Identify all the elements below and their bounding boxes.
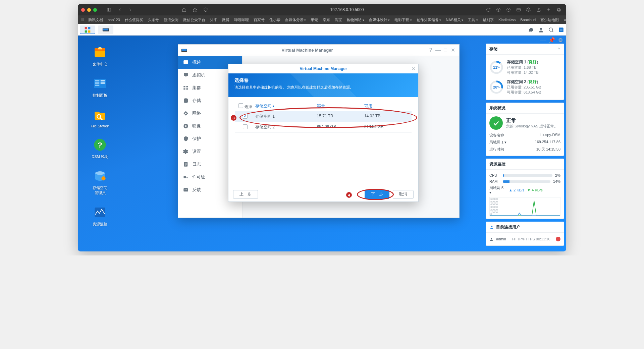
taskbar-app-main-menu[interactable] xyxy=(80,25,95,34)
minimize-window[interactable] xyxy=(87,8,91,12)
bookmark-item[interactable]: 果壳 xyxy=(311,17,318,22)
row-checkbox[interactable] xyxy=(243,114,248,119)
desktop-icon-resource-monitor[interactable]: 资源监控 xyxy=(86,204,114,227)
search-icon[interactable] xyxy=(548,27,554,33)
bookmark-item[interactable]: 新浪众测 xyxy=(164,17,178,22)
disconnect-user-button[interactable]: − xyxy=(556,237,560,241)
dialog-close-icon[interactable]: ✕ xyxy=(412,66,416,71)
window-maximize-icon[interactable]: □ xyxy=(442,47,449,54)
column-available[interactable]: 可用 xyxy=(364,103,412,109)
desktop-icon-control-panel[interactable]: 控制面板 xyxy=(86,75,114,98)
svg-point-20 xyxy=(540,28,542,30)
bookmark-folder[interactable]: 自媒体分发 xyxy=(285,17,306,22)
column-capacity[interactable]: 容量 xyxy=(317,103,364,109)
svg-point-47 xyxy=(491,238,492,239)
bookmark-item[interactable]: 微博 xyxy=(222,17,229,22)
bookmark-folder[interactable]: 电影下载 xyxy=(394,17,412,22)
storage-donut-2: 28% xyxy=(489,80,503,94)
shield-icon[interactable] xyxy=(202,6,210,14)
widget-minimize-icon[interactable]: — xyxy=(540,38,546,42)
svg-rect-17 xyxy=(88,30,91,33)
chat-icon[interactable] xyxy=(528,27,534,33)
bookmark-folder[interactable]: 自媒体设计 xyxy=(369,17,390,22)
widgets-panel: 存储⌃ 11% 存储空间 1 (良好) 已用容量: 1.68 TB 可用容量: … xyxy=(486,44,564,246)
storage-donut-1: 11% xyxy=(489,60,503,74)
new-tab-icon[interactable] xyxy=(545,6,553,14)
desktop-icon-file-station[interactable]: File Station xyxy=(86,107,114,128)
svg-point-67 xyxy=(183,176,186,178)
svg-rect-16 xyxy=(85,30,87,33)
widget-settings-icon[interactable]: ⚙ xyxy=(557,38,564,42)
widgets-toggle-icon[interactable] xyxy=(558,27,564,33)
address-bar[interactable]: 192.168.0.10:5000 xyxy=(212,7,482,12)
annotation-badge-3: 3 xyxy=(231,115,236,121)
widget-pin-strip: — 📌 ⚙ xyxy=(540,38,564,42)
bookmark-item[interactable]: 微信公众平台 xyxy=(183,17,205,22)
window-minimize-icon[interactable]: — xyxy=(434,47,442,54)
svg-rect-68 xyxy=(183,188,188,192)
window-close-icon[interactable]: ✕ xyxy=(449,47,457,54)
cancel-button[interactable]: 取消 xyxy=(393,190,414,199)
widget-collapse-icon[interactable]: ⌃ xyxy=(557,47,560,52)
bookmark-folder[interactable]: 工具 xyxy=(468,17,478,22)
sidebar-toggle-icon[interactable] xyxy=(105,6,113,14)
bookmark-item[interactable]: 塞尔达地图 xyxy=(540,17,559,22)
tabs-icon[interactable] xyxy=(555,6,563,14)
user-icon[interactable] xyxy=(538,27,544,33)
desktop-icon-dsm-help[interactable]: ?DSM 说明 xyxy=(86,137,114,159)
widget-resource: 资源监控 CPU2% RAM14% 局域网 5 ▾▲ 2 KB/s▼ 4 KB/… xyxy=(486,159,564,219)
svg-point-21 xyxy=(549,28,553,32)
volume-row[interactable]: 存储空间 1 15.71 TB 14.02 TB xyxy=(235,111,412,122)
bookmark-item[interactable]: Baacloud xyxy=(520,18,536,22)
history-icon[interactable] xyxy=(504,6,513,14)
forward-button[interactable] xyxy=(126,6,135,14)
svg-point-59 xyxy=(185,113,187,114)
dsm-taskbar xyxy=(78,24,566,36)
bookmark-item[interactable]: 淘宝 xyxy=(335,17,342,22)
svg-rect-12 xyxy=(558,9,560,11)
window-help-icon[interactable]: ? xyxy=(427,47,434,54)
bookmark-item[interactable]: Kindle4rss xyxy=(498,18,516,22)
bookmark-item[interactable]: 住小帮 xyxy=(269,17,280,22)
annotation-badge-4: 4 xyxy=(346,192,352,198)
bookmark-folder[interactable]: NAS相关 xyxy=(446,17,463,22)
dialog-title: Virtual Machine Manager xyxy=(300,66,347,71)
column-name[interactable]: 存储空间 ▴ xyxy=(255,103,317,109)
bookmark-folder[interactable]: 购物网站 xyxy=(347,17,364,22)
settings-icon[interactable] xyxy=(525,6,533,14)
fullscreen-window[interactable] xyxy=(93,8,97,12)
next-button[interactable]: 下一步 xyxy=(365,190,389,199)
home-icon[interactable] xyxy=(180,6,188,14)
row-checkbox[interactable] xyxy=(243,124,248,129)
desktop-icon-package-center[interactable]: 套件中心 xyxy=(86,44,114,67)
volume-row[interactable]: 存储空间 2 854.06 GB 618.54 GB xyxy=(235,122,412,133)
bookmark-item[interactable]: 腾讯文档 xyxy=(88,17,103,22)
back-button[interactable] xyxy=(116,6,124,14)
devtools-icon[interactable] xyxy=(515,6,523,14)
widget-connected-users: 目前连接用户 admin HTTP/HTTPS 00:11:16 − xyxy=(486,222,564,246)
desktop-icon-storage-manager[interactable]: 存储空间 管理员 xyxy=(86,168,114,195)
prev-button[interactable]: 上一步 xyxy=(233,190,258,199)
bookmark-item[interactable]: 错别字 xyxy=(483,17,494,22)
share-icon[interactable] xyxy=(535,6,543,14)
bookmark-item[interactable]: 什么值得买 xyxy=(125,17,143,22)
svg-text:?: ? xyxy=(98,140,102,149)
bookmark-item[interactable]: 头条号 xyxy=(148,17,159,22)
bookmark-item[interactable]: 京东 xyxy=(323,17,330,22)
apps-grid-icon[interactable]: ⠿ xyxy=(81,18,84,22)
select-all-checkbox[interactable] xyxy=(238,103,243,108)
widget-pin-icon[interactable]: 📌 xyxy=(549,38,555,42)
bookmark-folder[interactable]: 创作知识储备 xyxy=(417,17,441,22)
bookmarks-overflow-icon[interactable]: » xyxy=(564,17,566,22)
svg-rect-54 xyxy=(183,86,185,88)
reload-icon[interactable] xyxy=(484,6,492,14)
bookmark-item[interactable]: 知乎 xyxy=(210,17,217,22)
taskbar-app-vmm[interactable] xyxy=(98,25,113,34)
widget-title: 目前连接用户 xyxy=(496,224,520,230)
bookmark-item[interactable]: hao123 xyxy=(108,18,120,22)
bookmark-item[interactable]: 哔哩哔哩 xyxy=(234,17,249,22)
favorite-icon[interactable] xyxy=(191,6,199,14)
download-icon[interactable] xyxy=(494,6,502,14)
bookmark-item[interactable]: 百家号 xyxy=(254,17,265,22)
close-window[interactable] xyxy=(81,8,85,12)
